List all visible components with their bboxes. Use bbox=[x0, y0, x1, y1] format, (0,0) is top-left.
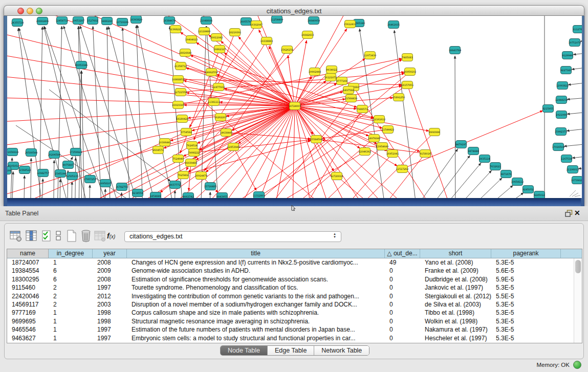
row-height-icon[interactable] bbox=[55, 230, 62, 242]
graph-node[interactable]: 16959102 bbox=[404, 68, 416, 76]
graph-node[interactable]: 12118480 bbox=[198, 28, 210, 35]
graph-node[interactable]: 18816648 bbox=[179, 49, 191, 57]
graph-node[interactable]: 7485083 bbox=[402, 54, 412, 61]
graph-node[interactable]: 15716485 bbox=[204, 183, 216, 190]
graph-node[interactable]: 10719186 bbox=[116, 18, 128, 26]
graph-node[interactable]: 18393820 bbox=[130, 16, 142, 24]
tab-network-table[interactable]: Network Table bbox=[314, 346, 369, 355]
graph-node[interactable]: 15626156 bbox=[281, 46, 293, 54]
column-header-short[interactable]: short bbox=[420, 249, 491, 258]
graph-node[interactable]: 20206586 bbox=[48, 151, 60, 159]
graph-node[interactable]: 3913199 bbox=[7, 167, 11, 174]
graph-node[interactable]: 24355724 bbox=[11, 19, 24, 27]
select-all-icon[interactable] bbox=[41, 230, 53, 242]
graph-node[interactable]: 11568522 bbox=[18, 166, 31, 174]
graph-node[interactable]: 1545194 bbox=[55, 170, 66, 178]
graph-node[interactable]: 21106013 bbox=[567, 166, 579, 173]
vertical-scrollbar[interactable] bbox=[574, 258, 582, 343]
graph-node[interactable]: 21358712 bbox=[175, 62, 187, 70]
memory-status-led[interactable] bbox=[573, 361, 581, 369]
graph-node[interactable]: 1112764 bbox=[573, 26, 582, 33]
close-panel-icon[interactable]: ✕ bbox=[574, 209, 580, 217]
graph-node[interactable]: 9657771 bbox=[169, 181, 180, 189]
column-visibility-icon[interactable] bbox=[25, 230, 37, 242]
graph-node[interactable]: 12161612 bbox=[373, 116, 385, 123]
table-selector-combo[interactable]: citations_edges.txt ▲▼ bbox=[124, 231, 341, 242]
graph-node[interactable]: 10739029 bbox=[571, 177, 582, 184]
graph-node[interactable]: 18384679 bbox=[163, 17, 176, 25]
graph-node[interactable]: 8215955 bbox=[542, 105, 553, 113]
graph-node[interactable]: 12444154 bbox=[555, 96, 568, 104]
graph-node[interactable]: 19958107 bbox=[99, 180, 112, 187]
graph-node[interactable]: 9245052 bbox=[522, 186, 533, 193]
float-panel-icon[interactable] bbox=[565, 210, 573, 217]
tab-node-table[interactable]: Node Table bbox=[221, 346, 268, 355]
graph-node[interactable]: 19862327 bbox=[213, 46, 226, 53]
table-settings-icon[interactable] bbox=[10, 230, 22, 242]
graph-node[interactable]: 16951041 bbox=[386, 150, 399, 158]
graph-node[interactable]: 10653287 bbox=[72, 17, 84, 25]
graph-node[interactable]: 11517262 bbox=[396, 165, 408, 173]
graph-node[interactable]: 2604571 bbox=[153, 146, 163, 154]
graph-node[interactable]: 11312801 bbox=[253, 192, 265, 199]
graph-node[interactable]: 18157951 bbox=[401, 81, 413, 89]
graph-node[interactable]: 1921066 bbox=[556, 111, 567, 119]
network-canvas[interactable]: 2435572420691406124587321065328715276026… bbox=[7, 16, 582, 198]
graph-node[interactable]: 9227343 bbox=[560, 67, 571, 74]
graph-node[interactable]: 22368223 bbox=[169, 26, 182, 33]
graph-node[interactable]: 21564436 bbox=[345, 95, 357, 102]
graph-node[interactable]: 7624514 bbox=[186, 142, 197, 149]
graph-node[interactable]: 1167534 bbox=[561, 155, 572, 163]
new-table-icon[interactable] bbox=[66, 230, 78, 242]
graph-node[interactable]: 21048606 bbox=[200, 17, 212, 25]
graph-node[interactable]: 12458732 bbox=[56, 17, 68, 25]
graph-node[interactable]: 19751074 bbox=[569, 39, 581, 47]
graph-node[interactable]: 9479197 bbox=[455, 141, 466, 148]
graph-node[interactable]: 12721556 bbox=[175, 89, 187, 96]
table-row[interactable]: 1872400712008Changes of HCN gene express… bbox=[7, 258, 574, 267]
column-header-name[interactable]: name bbox=[7, 249, 49, 258]
graph-node[interactable]: 21656919 bbox=[7, 148, 18, 156]
graph-node[interactable]: 19404023 bbox=[185, 36, 198, 43]
graph-node[interactable]: 16461935 bbox=[387, 21, 400, 29]
graph-node[interactable]: 12477932 bbox=[212, 83, 225, 91]
graph-node[interactable]: 7632621 bbox=[490, 163, 500, 170]
graph-node[interactable]: 8471676 bbox=[500, 170, 511, 178]
graph-node[interactable]: 1854849 bbox=[150, 192, 161, 199]
graph-node[interactable]: 2935114 bbox=[479, 155, 490, 163]
table-row[interactable]: 946554611997Estimation of the future num… bbox=[7, 325, 574, 334]
graph-node[interactable]: 16919347 bbox=[172, 101, 184, 109]
graph-node[interactable]: 16782759 bbox=[116, 183, 128, 191]
tab-edge-table[interactable]: Edge Table bbox=[268, 346, 314, 355]
table-row[interactable]: 977716911998Corpus callosum shape and si… bbox=[7, 309, 574, 317]
table-row[interactable]: 969969511998Structural magnetic resonanc… bbox=[7, 317, 574, 325]
column-header-title[interactable]: title bbox=[127, 249, 385, 258]
graph-node[interactable]: 18180428 bbox=[176, 115, 188, 123]
graph-node[interactable]: 15612431 bbox=[344, 20, 356, 28]
graph-node[interactable]: 1527602 bbox=[87, 17, 98, 25]
graph-node[interactable]: 14638445 bbox=[220, 129, 232, 137]
graph-node[interactable]: 26500544 bbox=[25, 149, 37, 157]
graph-node[interactable]: 11544422 bbox=[382, 126, 394, 134]
graph-node[interactable]: 11973430 bbox=[364, 52, 376, 59]
graph-node[interactable]: 5498222 bbox=[188, 149, 199, 157]
graph-node[interactable]: 8943955 bbox=[216, 193, 227, 199]
graph-node[interactable]: 16121072 bbox=[324, 74, 337, 81]
column-header-out_de[interactable]: △ out_de... bbox=[385, 249, 420, 258]
graph-node[interactable]: 9777169 bbox=[336, 77, 347, 85]
graph-node[interactable]: 6466160 bbox=[101, 17, 112, 25]
graph-node[interactable]: 12942757 bbox=[37, 169, 49, 177]
graph-node[interactable]: 18724007 bbox=[289, 102, 301, 110]
graph-node[interactable]: 9129946 bbox=[562, 52, 573, 59]
graph-node[interactable]: 20691406 bbox=[36, 17, 49, 25]
graph-node[interactable]: 16039488 bbox=[185, 159, 197, 167]
graph-node[interactable]: 10306441 bbox=[159, 139, 171, 146]
graph-node[interactable]: 20053346 bbox=[75, 61, 88, 69]
graph-node[interactable]: 17359924 bbox=[70, 148, 82, 156]
column-header-in_degree[interactable]: in_degree bbox=[49, 249, 93, 258]
graph-node[interactable]: 8990996 bbox=[429, 128, 440, 136]
graph-node[interactable]: 7986571 bbox=[357, 105, 367, 113]
column-header-pagerank[interactable]: pagerank bbox=[491, 249, 561, 258]
graph-node[interactable]: 22046362 bbox=[359, 148, 371, 156]
graph-node[interactable]: 3754582 bbox=[181, 128, 191, 136]
